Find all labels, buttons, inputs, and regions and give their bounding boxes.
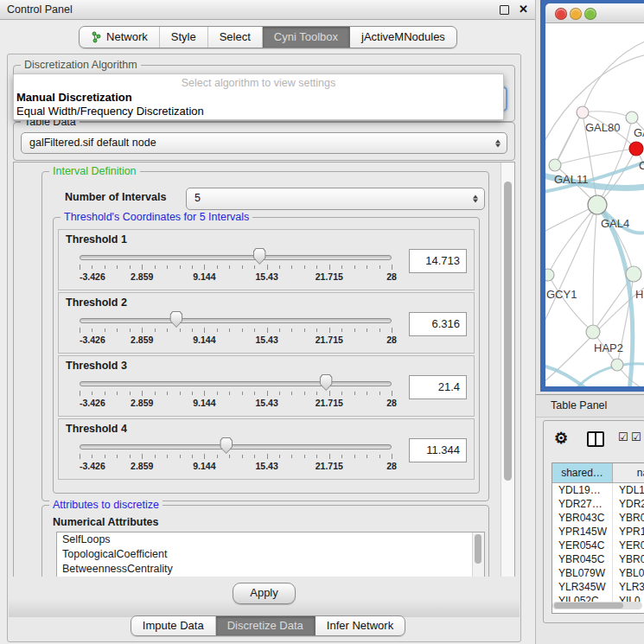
table-row[interactable]: YDR27…YDR2 [552, 497, 644, 511]
right-mid-node[interactable] [626, 266, 641, 282]
name-cell[interactable]: YPR1 [613, 525, 644, 539]
shared-name-cell[interactable]: YBL079W [552, 566, 613, 580]
tick-label: 9.144 [193, 271, 215, 282]
threshold-slider[interactable]: -3.4262.8599.14415.4321.71528 [80, 373, 392, 411]
column-header-name[interactable]: na [613, 463, 644, 482]
network-edge[interactable] [583, 39, 644, 112]
table-data-combobox[interactable]: galFiltered.sif default node [21, 132, 507, 154]
column-header-shared-name[interactable]: shared… [552, 463, 613, 482]
network-edge-teal[interactable] [545, 365, 596, 386]
interval-definition-group: Interval Definition Number of Intervals … [41, 171, 489, 501]
table-row[interactable]: YLR345WYLR3 [552, 580, 644, 594]
threshold-value-field[interactable]: 14.713 [409, 249, 467, 273]
attribute-list-item[interactable]: BetweennessCentrality [57, 562, 484, 577]
table-row[interactable]: YBR043CYBR0 [552, 511, 644, 525]
close-traffic-light[interactable] [555, 8, 567, 20]
algorithm-option-equal-width[interactable]: Equal Width/Frequency Discretization [16, 105, 204, 118]
network-canvas[interactable]: GAL80GACGAL11GAL4GCY1HHAP2 [545, 23, 644, 386]
shared-name-cell[interactable]: YLR345W [552, 580, 613, 594]
name-cell[interactable]: YBR0 [613, 511, 644, 525]
close-icon[interactable]: ✕ [519, 1, 528, 18]
threshold-slider[interactable]: -3.4262.8599.14415.4321.71528 [80, 310, 392, 348]
table-panel: ⚙ ☑ ☑ shared… na YDL19…YDL1YDR27…YDR2YBR… [543, 420, 644, 623]
table-row[interactable]: YBL079WYBL0 [552, 566, 644, 580]
top-right-node[interactable] [626, 112, 638, 124]
slider-handle[interactable] [253, 248, 266, 265]
scrollbar-thumb[interactable] [504, 182, 512, 481]
scrollbar-thumb[interactable] [554, 603, 623, 609]
float-window-icon[interactable] [500, 5, 509, 15]
threshold-value-field[interactable]: 6.316 [409, 312, 467, 336]
table-row[interactable]: YPR145WYPR1 [552, 525, 644, 539]
name-cell[interactable]: YBR0 [613, 552, 644, 566]
table-row[interactable]: YBR045CYBR0 [552, 552, 644, 566]
tab-network[interactable]: Network [80, 27, 160, 48]
table-panel-toolbar: ⚙ ☑ ☑ [544, 426, 644, 450]
name-cell[interactable]: YER0 [613, 539, 644, 552]
node-label: HAP2 [594, 341, 623, 354]
GAL80-node[interactable] [577, 106, 589, 118]
name-cell[interactable]: YDR2 [613, 497, 644, 511]
node-label: GCY1 [546, 288, 577, 301]
threshold-value-field[interactable]: 21.4 [409, 375, 467, 399]
apply-button[interactable]: Apply [233, 583, 296, 604]
scrollbar-thumb[interactable] [475, 534, 481, 564]
tick-label: 2.859 [131, 461, 153, 471]
name-cell[interactable]: YDL1 [613, 483, 644, 497]
shared-name-cell[interactable]: YBR043C [552, 511, 613, 525]
table-horizontal-scrollbar[interactable] [552, 602, 642, 609]
table-row[interactable]: YER054CYER0 [552, 539, 644, 552]
tab-select[interactable]: Select [208, 27, 263, 48]
network-edge[interactable] [548, 205, 597, 275]
table-panel-titlebar: Table Panel [536, 394, 644, 418]
name-cell[interactable]: YLR3 [613, 580, 644, 594]
GAL11-node[interactable] [549, 159, 561, 171]
tab-network-label: Network [106, 27, 148, 48]
name-cell[interactable]: YBL0 [613, 566, 644, 580]
threshold-value-field[interactable]: 11.344 [409, 438, 467, 462]
network-edge[interactable] [593, 205, 597, 332]
attribute-list-item[interactable]: SelfLoops [57, 532, 484, 547]
tab-impute-data[interactable]: Impute Data [131, 616, 216, 635]
control-panel-window: Control Panel ✕ Network [0, 0, 536, 644]
attributes-scrollbar[interactable] [472, 532, 484, 578]
zoom-traffic-light[interactable] [584, 8, 596, 20]
tab-style[interactable]: Style [160, 27, 208, 48]
split-table-icon[interactable] [587, 431, 604, 447]
bottom-node[interactable] [611, 359, 623, 371]
settings-vertical-scrollbar[interactable] [501, 163, 514, 577]
shared-name-cell[interactable]: YDL19… [552, 483, 613, 497]
algorithm-option-manual[interactable]: Manual Discretization [16, 91, 132, 104]
GAL4-node[interactable] [588, 195, 607, 214]
tab-infer-network[interactable]: Infer Network [316, 616, 405, 635]
table-row[interactable]: YDL19…YDL1 [552, 483, 644, 497]
threshold-slider[interactable]: -3.4262.8599.14415.4321.71528 [80, 247, 392, 285]
network-edge[interactable] [545, 54, 644, 153]
network-edge[interactable] [555, 149, 636, 165]
HAP2-node[interactable] [586, 325, 600, 339]
network-edge[interactable] [583, 112, 632, 118]
tab-jactivemnodules[interactable]: jActiveMNodules [350, 27, 456, 48]
shared-name-cell[interactable]: YDR27… [552, 497, 613, 511]
tick-label: 9.144 [193, 335, 215, 345]
tab-discretize-data[interactable]: Discretize Data [216, 616, 316, 635]
network-edge[interactable] [545, 205, 597, 335]
GCY1-node[interactable] [545, 269, 554, 281]
number-of-intervals-value: 5 [194, 188, 201, 208]
attribute-list-item[interactable]: TopologicalCoefficient [57, 547, 484, 562]
gear-icon[interactable]: ⚙ [554, 429, 568, 448]
checkbox-icon[interactable]: ☑ [631, 430, 641, 443]
slider-handle[interactable] [169, 311, 182, 328]
slider-handle[interactable] [320, 374, 333, 391]
checkbox-icon[interactable]: ☑ [618, 430, 628, 443]
shared-name-cell[interactable]: YBR045C [552, 552, 613, 566]
red-node[interactable] [629, 142, 643, 156]
shared-name-cell[interactable]: YPR145W [552, 525, 613, 539]
tab-cyni-toolbox[interactable]: Cyni Toolbox [263, 27, 350, 48]
minimize-traffic-light[interactable] [570, 8, 582, 20]
number-of-intervals-combobox[interactable]: 5 [186, 188, 485, 210]
shared-name-cell[interactable]: YER054C [552, 539, 613, 552]
slider-handle[interactable] [220, 437, 233, 454]
network-edge[interactable] [548, 275, 593, 332]
threshold-slider[interactable]: -3.4262.8599.14415.4321.71528 [80, 437, 392, 475]
